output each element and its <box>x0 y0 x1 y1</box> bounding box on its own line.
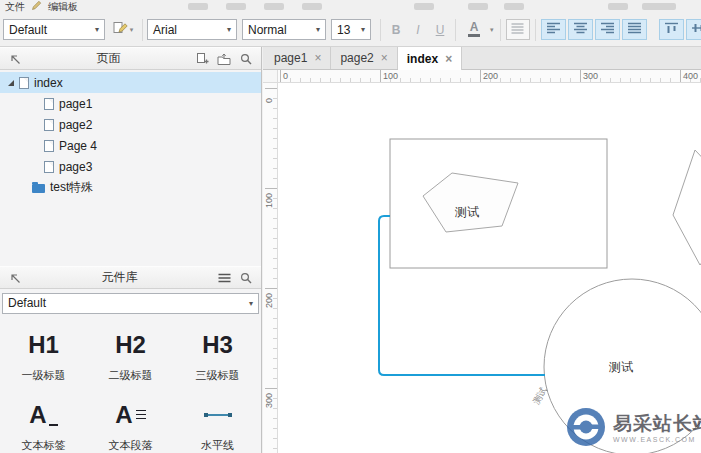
left-sidebar: 页面 index page1 page2 Page 4 <box>0 47 262 453</box>
align-center-button[interactable] <box>568 19 593 40</box>
pencil-icon <box>31 0 42 13</box>
menu-icon[interactable] <box>216 270 232 286</box>
style-preset-dropdown[interactable]: Default ▾ <box>3 19 105 40</box>
align-justify-button[interactable] <box>622 19 647 40</box>
align-top-button[interactable] <box>659 19 684 40</box>
chevron-down-icon: ▾ <box>90 25 104 34</box>
widget-glyph: H2 <box>115 325 146 365</box>
library-panel-header: 元件库 <box>0 266 261 289</box>
toolbar-item-faded[interactable] <box>264 3 284 10</box>
tree-item-label: Page 4 <box>59 139 97 153</box>
add-folder-icon[interactable] <box>216 51 232 67</box>
toolbar-separator <box>142 19 143 41</box>
ruler-corner <box>263 70 278 83</box>
toolbar-item-faded[interactable] <box>468 3 488 10</box>
tree-item-page2[interactable]: page2 <box>0 114 261 135</box>
ruler-label: 100 <box>383 71 398 81</box>
tab-close-icon[interactable]: × <box>314 52 321 64</box>
tree-item-page3[interactable]: page3 <box>0 156 261 177</box>
watermark-logo-icon <box>566 407 606 450</box>
widget-label: 一级标题 <box>22 368 66 383</box>
search-icon[interactable] <box>238 270 254 286</box>
page-icon <box>19 77 29 89</box>
collapse-panel-icon[interactable] <box>7 51 23 67</box>
tab-page1[interactable]: page1 × <box>265 47 331 69</box>
font-size-value: 13 <box>332 23 356 37</box>
menu-bar: 文件 编辑板 <box>0 0 701 13</box>
widget-heading1[interactable]: H1 一级标题 <box>0 325 87 383</box>
sidebar-spacer <box>0 200 261 266</box>
ruler-label: 400 <box>683 71 698 81</box>
font-family-dropdown[interactable]: Arial ▾ <box>147 19 237 40</box>
toolbar-separator <box>380 19 381 41</box>
horizontal-ruler: 0 100 200 300 400 <box>278 70 701 83</box>
collapse-panel-icon[interactable] <box>7 270 23 286</box>
widget-heading2[interactable]: H2 二级标题 <box>87 325 174 383</box>
tree-item-page1[interactable]: page1 <box>0 93 261 114</box>
toolbar-item-faded[interactable] <box>608 3 628 10</box>
underline-button[interactable]: U <box>430 19 450 40</box>
tab-close-icon[interactable]: × <box>445 53 452 65</box>
rotated-rectangle-shape[interactable] <box>673 150 701 265</box>
align-center-icon <box>573 22 588 37</box>
design-canvas[interactable]: 测试 测试 测试 易采站长站 WWW.EASCK.COM <box>278 83 701 453</box>
widget-label: 二级标题 <box>109 368 153 383</box>
page-icon <box>44 98 54 110</box>
font-size-dropdown[interactable]: 13 ▾ <box>331 19 371 40</box>
chevron-down-icon: ▾ <box>356 25 370 34</box>
italic-button[interactable]: I <box>408 19 428 40</box>
horizontal-line-icon <box>205 414 231 416</box>
tab-close-icon[interactable]: × <box>381 52 388 64</box>
page-icon <box>44 119 54 131</box>
font-style-dropdown[interactable]: Normal ▾ <box>242 19 326 40</box>
tab-label: page1 <box>274 51 307 65</box>
format-painter-button[interactable]: ▾ <box>111 19 137 40</box>
line-spacing-button[interactable] <box>506 19 530 40</box>
toolbar-item-faded[interactable] <box>226 3 246 10</box>
widget-glyph: A <box>115 395 145 435</box>
menu-file[interactable]: 文件 <box>5 0 25 13</box>
toolbar-item-faded[interactable] <box>414 3 434 10</box>
align-middle-button[interactable] <box>686 19 701 40</box>
library-dropdown[interactable]: Default ▾ <box>2 293 259 314</box>
rotated-text-label[interactable]: 测试 <box>531 385 549 406</box>
toolbar-item-faded[interactable] <box>504 3 524 10</box>
tab-page2[interactable]: page2 × <box>331 47 397 69</box>
widget-horizontal-line[interactable]: 水平线 <box>174 395 261 453</box>
tree-item-test-folder[interactable]: test特殊 <box>0 177 261 198</box>
tab-bar: page1 × page2 × index × <box>263 47 701 70</box>
toolbar-item-faded[interactable] <box>302 3 322 10</box>
page-icon <box>44 140 54 152</box>
toolbar-item-faded[interactable] <box>188 3 208 10</box>
font-style-value: Normal <box>243 23 311 37</box>
bold-button[interactable]: B <box>386 19 406 40</box>
underscore-icon <box>49 424 58 426</box>
tree-item-index[interactable]: index <box>0 72 261 93</box>
line-spacing-icon <box>511 23 524 37</box>
align-left-button[interactable] <box>541 19 566 40</box>
align-right-button[interactable] <box>595 19 620 40</box>
widget-glyph: H3 <box>202 325 233 365</box>
chevron-down-icon: ▾ <box>244 299 258 308</box>
toolbar-separator <box>500 19 501 41</box>
expand-arrow-icon[interactable] <box>8 80 14 86</box>
widget-heading3[interactable]: H3 三级标题 <box>174 325 261 383</box>
widget-grid: H1 一级标题 H2 二级标题 H3 三级标题 A 文本标签 A 文本段落 水平… <box>0 315 261 453</box>
widget-glyph: H1 <box>28 325 59 365</box>
library-selector-row: Default ▾ <box>0 289 261 315</box>
font-family-value: Arial <box>148 23 222 37</box>
search-icon[interactable] <box>238 51 254 67</box>
widget-text-label[interactable]: A 文本标签 <box>0 395 87 453</box>
library-panel-title: 元件库 <box>29 269 210 286</box>
widget-glyph: A <box>29 395 57 435</box>
chevron-down-icon[interactable]: ▾ <box>490 26 494 34</box>
tree-item-label: test特殊 <box>50 179 93 196</box>
font-color-button[interactable]: A <box>461 19 487 40</box>
toolbar-item-faded[interactable] <box>642 3 676 10</box>
menu-edit[interactable]: 编辑板 <box>48 0 78 13</box>
widget-label: 文本标签 <box>22 438 66 453</box>
add-page-icon[interactable] <box>194 51 210 67</box>
tab-index[interactable]: index × <box>398 47 462 70</box>
tree-item-page4[interactable]: Page 4 <box>0 135 261 156</box>
widget-text-paragraph[interactable]: A 文本段落 <box>87 395 174 453</box>
